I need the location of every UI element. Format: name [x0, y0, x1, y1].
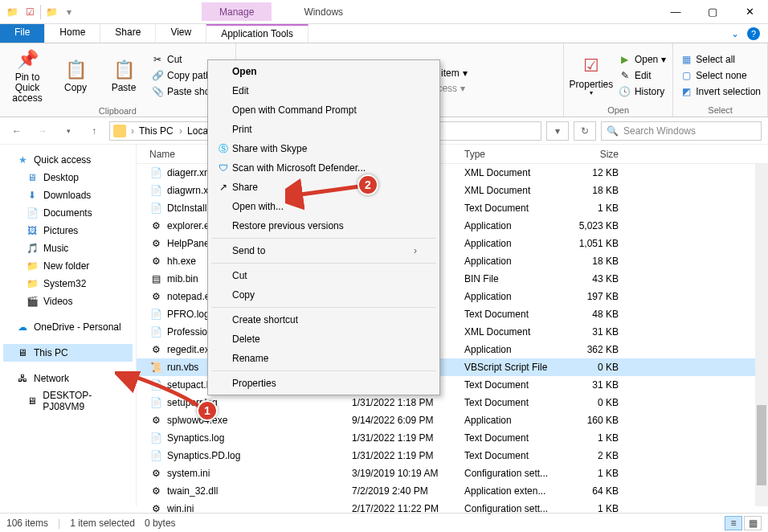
ctx-sendto[interactable]: Send to› [208, 241, 439, 260]
ctx-properties[interactable]: Properties [208, 374, 439, 393]
tree-desktop-pj[interactable]: 🖥DESKTOP-PJ08VM9 [3, 387, 133, 415]
ctx-shortcut[interactable]: Create shortcut [208, 310, 439, 329]
scrollbar[interactable] [755, 164, 768, 506]
open-button[interactable]: ▶Open ▾ [617, 52, 668, 67]
ctx-cut[interactable]: Cut [208, 266, 439, 285]
file-icon: ⚙ [149, 255, 162, 268]
invert-selection-button[interactable]: ◩Invert selection [678, 84, 762, 99]
ctx-copy[interactable]: Copy [208, 285, 439, 305]
tree-desktop[interactable]: 🖥Desktop [3, 169, 133, 186]
folder-icon: 📁 [26, 277, 39, 290]
file-row[interactable]: ⚙system.ini3/19/2019 10:19 AMConfigurati… [137, 464, 768, 482]
status-selected: 1 item selected [70, 518, 135, 529]
status-bytes: 0 bytes [145, 518, 176, 529]
file-date: 9/14/2022 6:09 PM [345, 415, 458, 426]
select-none-button[interactable]: ▢Select none [678, 68, 762, 83]
file-icon: 📄 [149, 325, 162, 338]
file-icon: 📄 [149, 379, 162, 391]
close-button[interactable]: ✕ [731, 0, 768, 24]
file-size: 160 KB [562, 415, 625, 426]
ctx-skype[interactable]: ⓈShare with Skype [208, 139, 439, 158]
col-size[interactable]: Size [562, 149, 625, 160]
col-type[interactable]: Type [458, 149, 562, 160]
addr-dropdown-button[interactable]: ▾ [546, 121, 569, 141]
ctx-edit[interactable]: Edit [208, 81, 439, 100]
refresh-button[interactable]: ↻ [574, 121, 596, 141]
file-row[interactable]: ⚙splwow64.exe9/14/2022 6:09 PMApplicatio… [137, 411, 768, 429]
ctx-restore[interactable]: Restore previous versions [208, 216, 439, 235]
file-size: 1 KB [562, 432, 625, 444]
file-name: system.ini [167, 468, 210, 479]
maximize-button[interactable]: ▢ [694, 0, 731, 24]
separator [40, 5, 41, 19]
scrollbar-thumb[interactable] [757, 405, 766, 485]
nav-tree[interactable]: ★Quick access 🖥Desktop ⬇Downloads 📄Docum… [0, 145, 137, 506]
ctx-print[interactable]: Print [208, 120, 439, 139]
ctx-openwith[interactable]: Open with... [208, 197, 439, 216]
file-name: PFRO.log [167, 309, 210, 320]
tree-newfolder[interactable]: 📁New folder [3, 257, 133, 275]
forward-button[interactable]: → [32, 121, 53, 141]
tree-network[interactable]: 🖧Network [3, 370, 133, 387]
large-icons-view-button[interactable]: ▦ [744, 516, 762, 530]
properties-button[interactable]: ☑Properties▾ [569, 52, 614, 99]
new-folder-icon[interactable]: 📁 [44, 5, 59, 19]
invertsel-icon: ◩ [680, 85, 692, 98]
pin-quick-access-button[interactable]: 📌Pin to Quick access [5, 45, 50, 106]
ctx-delete[interactable]: Delete [208, 329, 439, 349]
search-input[interactable]: 🔍 Search Windows [601, 121, 762, 141]
up-button[interactable]: ↑ [84, 121, 104, 141]
tab-application-tools[interactable]: Application Tools [206, 24, 308, 43]
tab-home[interactable]: Home [45, 24, 100, 43]
tab-share[interactable]: Share [100, 24, 156, 43]
properties-icon[interactable]: ☑ [22, 5, 37, 19]
ctx-cmd[interactable]: Open with Command Prompt [208, 100, 439, 120]
tree-system32[interactable]: 📁System32 [3, 275, 133, 293]
tree-onedrive[interactable]: ☁OneDrive - Personal [3, 318, 133, 336]
shortcut-icon: 📎 [151, 85, 164, 98]
pictures-icon: 🖼 [26, 224, 39, 237]
file-type: Text Document [458, 450, 562, 461]
tree-pictures[interactable]: 🖼Pictures [3, 222, 133, 239]
file-row[interactable]: 📄Synaptics.PD.log1/31/2022 1:19 PMText D… [137, 447, 768, 464]
file-type: Text Document [458, 397, 562, 408]
file-row[interactable]: 📄setuperr.log1/31/2022 1:18 PMText Docum… [137, 394, 768, 411]
history-button[interactable]: 🕓History [617, 84, 668, 99]
tree-thispc[interactable]: 🖥This PC [3, 344, 133, 362]
ctx-rename[interactable]: Rename [208, 349, 439, 368]
qat-chevron-icon[interactable]: ▾ [62, 5, 76, 19]
file-row[interactable]: ⚙twain_32.dll7/2/2019 2:40 PMApplication… [137, 482, 768, 500]
edit-button[interactable]: ✎Edit [617, 68, 668, 83]
copy-button[interactable]: 📋Copy [53, 55, 98, 95]
ctx-share[interactable]: ↗Share [208, 178, 439, 197]
status-bar: 106 items | 1 item selected 0 bytes ≡ ▦ [0, 513, 768, 532]
file-type: XML Document [458, 167, 562, 178]
file-icon: 📜 [149, 361, 162, 374]
file-row[interactable]: 📄Synaptics.log1/31/2022 1:19 PMText Docu… [137, 429, 768, 447]
edit-icon: ✎ [619, 69, 631, 82]
separator [211, 370, 436, 371]
back-button[interactable]: ← [6, 121, 27, 141]
details-view-button[interactable]: ≡ [725, 516, 742, 530]
paste-button[interactable]: 📋Paste [101, 55, 146, 95]
ctx-open[interactable]: Open [208, 62, 439, 81]
ribbon-help: ⌄ ? [731, 24, 768, 43]
tree-quick-access[interactable]: ★Quick access [3, 151, 133, 169]
recent-locations-button[interactable]: ▾ [58, 121, 79, 141]
help-icon[interactable]: ? [747, 27, 760, 40]
ctx-defender[interactable]: 🛡Scan with Microsoft Defender... [208, 158, 439, 178]
breadcrumb-thispc[interactable]: This PC [139, 125, 182, 137]
downloads-icon: ⬇ [26, 189, 39, 202]
collapse-ribbon-icon[interactable]: ⌄ [731, 28, 739, 39]
minimize-button[interactable]: — [657, 0, 694, 24]
tree-downloads[interactable]: ⬇Downloads [3, 186, 133, 204]
tree-music[interactable]: 🎵Music [3, 239, 133, 257]
select-all-button[interactable]: ▦Select all [678, 52, 762, 67]
tree-documents[interactable]: 📄Documents [3, 204, 133, 222]
tree-videos[interactable]: 🎬Videos [3, 293, 133, 310]
select-group: ▦Select all ▢Select none ◩Invert selecti… [673, 43, 768, 117]
file-size: 31 KB [562, 379, 625, 391]
tab-file[interactable]: File [0, 24, 45, 43]
tab-view[interactable]: View [156, 24, 206, 43]
separator [211, 238, 436, 239]
